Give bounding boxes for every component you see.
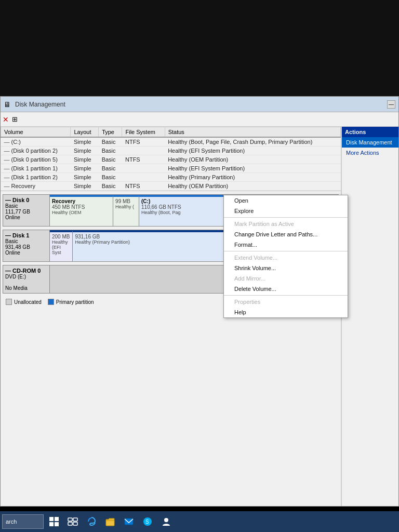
window-title: Disk Management: [15, 101, 65, 108]
recovery-size: 450 MB NTFS: [52, 204, 111, 210]
cell-layout: Simple: [71, 147, 99, 155]
ctx-separator: [224, 251, 348, 251]
cell-status: Healthy (EFI System Partition): [165, 147, 340, 155]
ctx-item-properties: Properties: [224, 297, 348, 307]
cell-type: Basic: [99, 137, 122, 147]
disk0-status: Online: [5, 215, 47, 220]
svg-rect-7: [73, 522, 77, 525]
cell-layout: Simple: [71, 173, 99, 182]
taskbar-search[interactable]: [2, 514, 44, 529]
taskbar-mail-icon[interactable]: [121, 513, 137, 530]
legend-unallocated: Unallocated: [6, 299, 42, 305]
table-row[interactable]: — (C:) Simple Basic NTFS Healthy (Boot, …: [1, 137, 341, 147]
cell-type: Basic: [99, 147, 122, 155]
svg-rect-4: [68, 518, 72, 521]
cell-volume: — Recovery: [1, 182, 71, 191]
cell-type: Basic: [99, 164, 122, 173]
table-row[interactable]: — (Disk 0 partition 2) Simple Basic Heal…: [1, 147, 341, 155]
cell-fs: NTFS: [122, 137, 165, 147]
recovery-label: Recovery: [52, 198, 111, 204]
cdrom-name: — CD-ROM 0: [5, 268, 47, 274]
table-row[interactable]: — (Disk 0 partition 5) Simple Basic NTFS…: [1, 155, 341, 164]
ctx-item-open[interactable]: Open: [224, 195, 348, 206]
right-panel: Actions Disk Management More Actions: [341, 127, 398, 506]
context-menu: OpenExploreMark Partition as ActiveChang…: [223, 195, 348, 318]
svg-rect-2: [49, 522, 54, 526]
svg-rect-3: [55, 522, 59, 526]
svg-rect-1: [55, 517, 59, 521]
cell-volume: — (Disk 0 partition 2): [1, 147, 71, 155]
cell-status: Healthy (Primary Partition): [165, 173, 340, 182]
ctx-item-help[interactable]: Help: [224, 307, 348, 317]
disk1-type: Basic: [5, 238, 47, 244]
ctx-item-add-mirror---: Add Mirror...: [224, 273, 348, 284]
disk1-status: Online: [5, 250, 47, 256]
table-row[interactable]: — Recovery Simple Basic NTFS Healthy (OE…: [1, 182, 341, 191]
table-row[interactable]: — (Disk 1 partition 2) Simple Basic Heal…: [1, 173, 341, 182]
cell-volume: — (C:): [1, 137, 71, 147]
col-type: Type: [99, 127, 122, 138]
volume-table: Volume Layout Type File System Status — …: [1, 127, 341, 191]
svg-rect-5: [73, 518, 77, 521]
col-volume: Volume: [1, 127, 71, 138]
actions-header: Actions: [342, 127, 398, 137]
svg-text:S: S: [145, 519, 149, 525]
ctx-separator: [224, 217, 348, 218]
ctx-item-mark-partition-as-active: Mark Partition as Active: [224, 219, 348, 229]
close-icon[interactable]: ✕: [3, 115, 9, 124]
cell-type: Basic: [99, 173, 122, 182]
taskbar-edge-icon[interactable]: [83, 513, 100, 530]
screen-top: [0, 0, 399, 96]
ctx-item-delete-volume---[interactable]: Delete Volume...: [224, 284, 348, 294]
recovery-status: Healthy (OEM: [52, 210, 111, 215]
svg-rect-0: [49, 517, 54, 521]
ctx-item-format---[interactable]: Format...: [224, 240, 348, 250]
taskbar-explorer-icon[interactable]: [102, 513, 118, 530]
cell-type: Basic: [99, 182, 122, 191]
efi-status: Healthy (: [115, 204, 137, 209]
taskbar-skype-icon[interactable]: S: [139, 513, 156, 530]
cell-status: Healthy (EFI System Partition): [165, 164, 340, 173]
cell-volume: — (Disk 1 partition 1): [1, 164, 71, 173]
cell-layout: Simple: [71, 155, 99, 164]
disk1-size: 931,48 GB: [5, 244, 47, 250]
disk0-size: 111,77 GB: [5, 209, 47, 215]
disk0-part-recovery[interactable]: Recovery 450 MB NTFS Healthy (OEM: [50, 195, 113, 226]
taskbar-user-icon[interactable]: [158, 513, 175, 530]
cell-layout: Simple: [71, 137, 99, 147]
action-more[interactable]: More Actions: [342, 148, 398, 158]
disk0-part-efi[interactable]: 99 MB Healthy (: [113, 195, 139, 226]
taskbar: S: [0, 511, 399, 532]
cell-fs: NTFS: [122, 182, 165, 191]
col-fs: File System: [122, 127, 165, 138]
disk1-info: — Disk 1 Basic 931,48 GB Online: [3, 230, 50, 261]
disk1-name: — Disk 1: [5, 232, 47, 238]
action-disk-mgmt[interactable]: Disk Management: [342, 137, 398, 148]
taskbar-start-icon[interactable]: [46, 513, 62, 530]
table-row[interactable]: — (Disk 1 partition 1) Simple Basic Heal…: [1, 164, 341, 173]
cell-status: Healthy (OEM Partition): [165, 182, 340, 191]
svg-rect-6: [68, 522, 72, 525]
legend-unallocated-label: Unallocated: [14, 299, 42, 305]
ctx-item-change-drive-letter-and-paths---[interactable]: Change Drive Letter and Paths...: [224, 229, 348, 240]
grid-icon[interactable]: ⊞: [12, 115, 18, 123]
taskbar-taskview-icon[interactable]: [64, 513, 81, 530]
minimize-button[interactable]: —: [387, 100, 395, 109]
ctx-item-extend-volume---: Extend Volume...: [224, 252, 348, 263]
disk1-efi-size: 200 MB: [52, 234, 70, 240]
cell-volume: — (Disk 0 partition 5): [1, 155, 71, 164]
legend-unallocated-box: [6, 299, 12, 305]
legend-primary-box: [48, 299, 54, 305]
app-icon: 🖥: [4, 100, 11, 109]
ctx-item-shrink-volume---[interactable]: Shrink Volume...: [224, 263, 348, 273]
ctx-item-explore[interactable]: Explore: [224, 206, 348, 216]
svg-point-12: [164, 518, 168, 522]
disk0-info: — Disk 0 Basic 111,77 GB Online: [3, 195, 50, 226]
disk1-efi-status: Healthy (EFI Syst: [52, 240, 70, 255]
cdrom-status: No Media: [5, 285, 47, 291]
cell-fs: NTFS: [122, 155, 165, 164]
disk1-part-efi[interactable]: 200 MB Healthy (EFI Syst: [50, 230, 73, 261]
legend-primary-label: Primary partition: [56, 299, 94, 305]
cell-layout: Simple: [71, 182, 99, 191]
disk0-type: Basic: [5, 203, 47, 209]
